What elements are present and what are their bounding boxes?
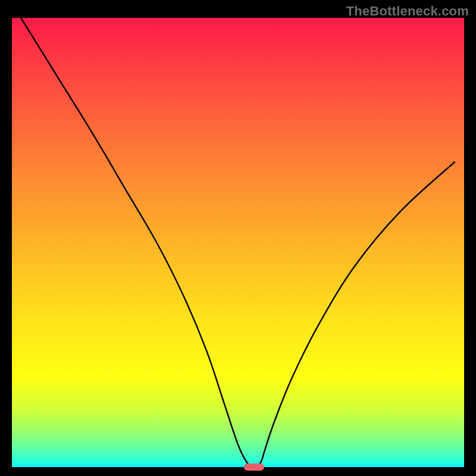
plot-area (12, 18, 464, 467)
minimum-marker (244, 464, 264, 471)
chart-frame: TheBottleneck.com (0, 0, 476, 476)
watermark-text: TheBottleneck.com (346, 4, 469, 19)
bottleneck-curve (12, 18, 464, 467)
